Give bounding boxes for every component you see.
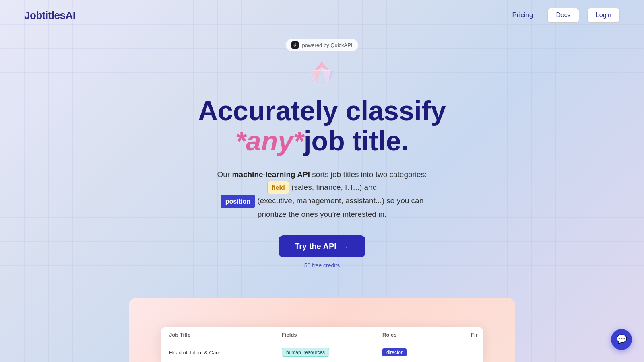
navbar: JobtitlesAI Pricing Docs Login bbox=[0, 0, 644, 31]
col-fir: Fir bbox=[471, 332, 483, 338]
hr-tag: human_resources bbox=[282, 348, 329, 357]
quickapi-icon bbox=[291, 41, 299, 49]
subtitle-bold: machine-learning API bbox=[232, 170, 310, 179]
cell-job-title: Head of Talent & Care bbox=[169, 350, 282, 356]
director-tag: director bbox=[382, 348, 407, 356]
cell-role-tag: director bbox=[382, 348, 471, 356]
cell-field-tag: human_resources bbox=[282, 348, 382, 357]
subtitle-part2: sorts job titles into two categories: bbox=[312, 170, 427, 179]
col-roles: Roles bbox=[382, 332, 471, 338]
position-badge: position bbox=[221, 195, 255, 208]
title-any: *any* bbox=[235, 125, 304, 156]
col-job-title: Job Title bbox=[169, 332, 282, 338]
docs-button[interactable]: Docs bbox=[547, 8, 579, 23]
table-header: Job Title Fields Roles Fir bbox=[161, 327, 483, 343]
powered-badge: powered by QuickAPI bbox=[285, 39, 358, 51]
diamond-icon bbox=[306, 60, 338, 88]
hero-title: Accurately classify *any*job title. bbox=[198, 96, 446, 156]
hero-subtitle: Our machine-learning API sorts job title… bbox=[209, 168, 435, 221]
cta-label: Try the API bbox=[295, 242, 336, 251]
free-credits-label: 50 free credits bbox=[304, 262, 340, 269]
chat-icon: 💬 bbox=[616, 334, 627, 345]
svg-marker-6 bbox=[316, 86, 328, 87]
field-badge: field bbox=[267, 181, 289, 194]
subtitle-end: (executive, management, assistant...) so… bbox=[257, 196, 423, 218]
subtitle-mid: (sales, finance, I.T...) and bbox=[291, 183, 377, 191]
table-row: Head of Talent & Care human_resources di… bbox=[161, 343, 483, 362]
pricing-link[interactable]: Pricing bbox=[506, 8, 539, 23]
chat-button[interactable]: 💬 bbox=[611, 329, 632, 350]
try-api-button[interactable]: Try the API → bbox=[279, 235, 365, 257]
subtitle-part1: Our bbox=[217, 170, 230, 179]
powered-text: powered by QuickAPI bbox=[302, 42, 352, 48]
demo-table: Job Title Fields Roles Fir Head of Talen… bbox=[161, 327, 483, 362]
title-part1: Accurately classify bbox=[198, 95, 446, 126]
login-button[interactable]: Login bbox=[587, 8, 620, 23]
title-part2: job title. bbox=[304, 125, 409, 156]
col-fields: Fields bbox=[282, 332, 382, 338]
hero-section: powered by QuickAPI bbox=[0, 31, 644, 269]
nav-links: Pricing Docs Login bbox=[506, 8, 620, 23]
logo: JobtitlesAI bbox=[24, 9, 75, 22]
bottom-section: Job Title Fields Roles Fir Head of Talen… bbox=[129, 298, 515, 362]
arrow-icon: → bbox=[341, 242, 349, 251]
